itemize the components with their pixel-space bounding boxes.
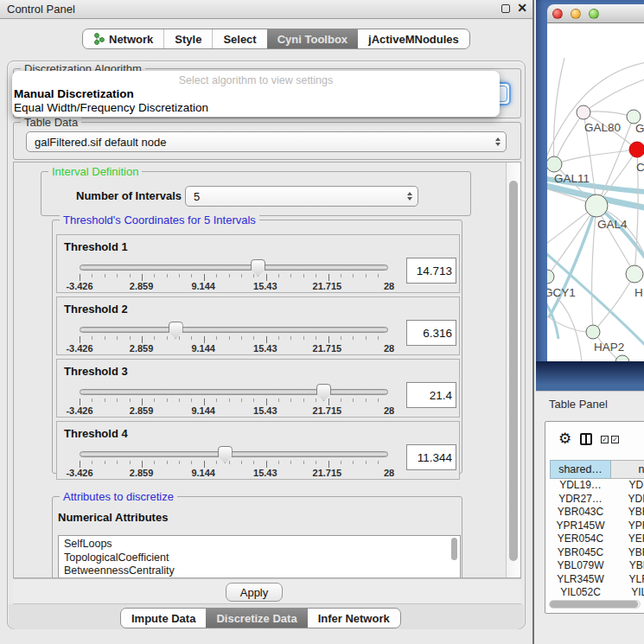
tab-discretize-data[interactable]: Discretize Data	[206, 609, 307, 628]
threshold-slider[interactable]	[80, 327, 388, 334]
panel-tab-bar: Network Style Select Cyni Toolbox jActiv…	[82, 29, 470, 49]
interval-definition-group: Interval Definition Number of Intervals …	[41, 171, 471, 216]
right-column: GAL80 GAL11 GAL4 GCY1 HAP2 G C H Table P…	[536, 0, 644, 644]
table-panel: ⚙ ✓ ✓ shared… n YDL19…YDL1 YDR27…YDR2 YB…	[545, 421, 644, 614]
slider-track[interactable]	[80, 389, 388, 395]
column-header-shared-name[interactable]: shared…	[550, 460, 611, 479]
list-scrollbar[interactable]	[450, 538, 458, 572]
threshold-value-field[interactable]: 21.4	[406, 382, 456, 408]
tab-network[interactable]: Network	[83, 29, 163, 48]
combo-arrows-icon	[407, 192, 412, 201]
tick-strip	[80, 274, 389, 281]
table-toolbar: ⚙ ✓ ✓	[545, 422, 644, 460]
threshold-slider[interactable]	[80, 265, 388, 271]
node-highlighted-red[interactable]	[629, 142, 644, 157]
node-hap2[interactable]	[586, 325, 600, 339]
dropdown-option-manual-discretization[interactable]: Manual Discretization	[14, 87, 134, 100]
node-partial-h[interactable]	[626, 265, 643, 283]
table-data-combobox[interactable]: galFiltered.sif default node	[26, 131, 507, 152]
table-row[interactable]: YBR045CYBR0	[550, 546, 644, 560]
window-bottom-frame	[536, 361, 644, 391]
list-item[interactable]: BetweennessCentrality	[64, 564, 460, 578]
tab-cyni-toolbox[interactable]: Cyni Toolbox	[267, 29, 358, 48]
float-icon[interactable]	[501, 4, 510, 13]
threshold-value-field[interactable]: 6.316	[406, 320, 456, 346]
numerical-attributes-label: Numerical Attributes	[58, 511, 168, 524]
node-bottom[interactable]	[615, 355, 629, 361]
threshold-value-field[interactable]: 14.713	[406, 258, 456, 284]
combo-value: galFiltered.sif default node	[35, 136, 166, 149]
tab-select[interactable]: Select	[212, 29, 266, 48]
list-item[interactable]: SelfLoops	[64, 538, 460, 552]
table-row[interactable]: YDL19…YDL1	[550, 479, 644, 493]
node-gal11[interactable]	[547, 156, 562, 172]
label-gal11: GAL11	[554, 172, 590, 185]
panel-vertical-scrollbar[interactable]	[506, 163, 520, 577]
checkbox-checked-icon[interactable]: ✓	[611, 436, 619, 443]
tick-labels: -3.426 2.859 9.144 15.43 21.715 28	[80, 343, 389, 354]
network-window-titlebar[interactable]	[547, 4, 644, 23]
tick-strip	[80, 336, 389, 343]
tab-label: Network	[109, 33, 153, 46]
label-partial-c: C	[636, 161, 644, 174]
slider-track[interactable]	[80, 265, 388, 271]
close-traffic-light-icon[interactable]	[552, 9, 563, 19]
tick-strip	[80, 399, 389, 405]
table-row[interactable]: YIL052CYIL0	[550, 586, 644, 600]
table-row[interactable]: YDR27…YDR2	[550, 493, 644, 507]
network-canvas[interactable]: GAL80 GAL11 GAL4 GCY1 HAP2 G C H	[547, 23, 644, 361]
cyni-toolbox-panel: Discretization Algorithm Table Data galF…	[7, 61, 526, 629]
node-gcy1[interactable]	[547, 270, 554, 284]
num-intervals-combobox[interactable]: 5	[185, 186, 418, 207]
apply-button[interactable]: Apply	[226, 583, 283, 602]
threshold-label: Threshold 2	[64, 303, 128, 316]
list-item[interactable]: TopologicalCoefficient	[64, 552, 460, 565]
label-gcy1: GCY1	[547, 286, 576, 299]
table-row[interactable]: YPR145WYPR1	[550, 520, 644, 533]
combo-arrows-icon	[495, 137, 501, 146]
checkbox-checked-icon[interactable]: ✓	[601, 436, 609, 443]
label-gal80: GAL80	[584, 121, 621, 134]
threshold-row: Threshold 2 -3.426 2.859 9.144 15.43 21.…	[56, 296, 460, 355]
tab-impute-data[interactable]: Impute Data	[121, 609, 206, 628]
columns-icon[interactable]	[580, 433, 592, 445]
dropdown-option-equal-width[interactable]: Equal Width/Frequency Discretization	[14, 101, 208, 114]
threshold-label: Threshold 1	[64, 240, 128, 253]
tab-style[interactable]: Style	[163, 29, 212, 48]
table-row[interactable]: YER054CYER0	[550, 532, 644, 546]
minimize-traffic-light-icon[interactable]	[571, 9, 581, 19]
threshold-slider[interactable]	[80, 389, 388, 396]
slider-track[interactable]	[80, 451, 388, 457]
column-header-name[interactable]: n	[611, 460, 644, 479]
slider-track[interactable]	[80, 327, 388, 333]
tick-labels: -3.426 2.859 9.144 15.43 21.715 28	[80, 281, 389, 291]
table-row[interactable]: YBL079WYBL0	[550, 559, 644, 573]
table-header-row: shared… n	[550, 460, 644, 479]
network-window: GAL80 GAL11 GAL4 GCY1 HAP2 G C H	[536, 0, 644, 391]
tab-jactivemnodules[interactable]: jActiveMNodules	[358, 29, 469, 48]
tick-labels: -3.426 2.859 9.144 15.43 21.715 28	[80, 405, 389, 416]
zoom-traffic-light-icon[interactable]	[589, 9, 599, 19]
table-row[interactable]: YBR043CYBR0	[550, 506, 644, 520]
node-gal80[interactable]	[577, 105, 590, 119]
panel-title: Control Panel	[7, 3, 75, 16]
tick-strip	[80, 461, 389, 468]
screenshot-root: Control Panel ✕ Network Style Select Cyn…	[0, 0, 644, 644]
bottom-tab-strip: Impute Data Discretize Data Infer Networ…	[9, 604, 524, 629]
combo-value: 5	[194, 190, 200, 203]
threshold-value-field[interactable]: 11.344	[406, 444, 456, 470]
node-gal4[interactable]	[585, 194, 608, 217]
table-horizontal-scrollbar[interactable]	[549, 600, 641, 609]
threshold-label: Threshold 3	[64, 365, 128, 378]
control-panel: Control Panel ✕ Network Style Select Cyn…	[0, 0, 534, 644]
close-icon[interactable]: ✕	[517, 3, 527, 13]
dropdown-prompt: Select algorithm to view settings	[12, 74, 500, 86]
threshold-row: Threshold 4 -3.426 2.859 9.144 15.43 21.…	[56, 421, 460, 480]
table-row[interactable]: YLR345WYLR3	[550, 573, 644, 587]
attributes-list[interactable]: SelfLoops TopologicalCoefficient Between…	[58, 535, 461, 578]
threshold-slider[interactable]	[80, 451, 388, 458]
gear-icon[interactable]: ⚙	[558, 431, 571, 446]
settings-scroll-panel: Interval Definition Number of Intervals …	[13, 162, 521, 578]
tab-infer-network[interactable]: Infer Network	[308, 609, 400, 628]
label-partial-g: G	[635, 122, 644, 135]
